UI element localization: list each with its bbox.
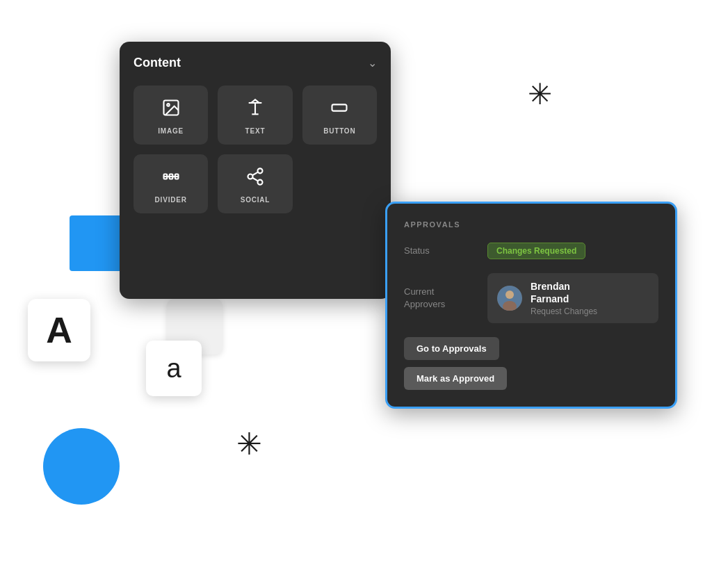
approver-info: BrendanFarnand Request Changes [531,280,597,316]
button-icon [330,98,349,120]
svg-point-1 [167,104,170,106]
approvers-row: CurrentApprovers BrendanFarnand Request … [404,273,658,323]
approvals-panel: APPROVALS Status Changes Requested Curre… [385,202,677,409]
content-item-social-label: SOCIAL [241,196,270,204]
svg-point-10 [257,168,262,173]
content-item-text-label: TEXT [245,127,266,135]
social-icon [245,167,265,189]
content-item-image-label: IMAGE [158,127,184,135]
go-to-approvals-button[interactable]: Go to Approvals [404,337,499,360]
decorative-blue-circle [43,428,120,505]
content-item-button[interactable]: BUTTON [302,85,377,145]
content-item-text[interactable]: TEXT [218,85,292,145]
approver-card: BrendanFarnand Request Changes [487,273,658,323]
approvers-label: CurrentApprovers [404,286,487,311]
svg-line-13 [252,178,258,181]
status-badge: Changes Requested [487,243,585,259]
content-item-divider[interactable]: DIVIDER [134,154,208,213]
content-grid: IMAGE TEXT BUTTON [134,85,377,213]
content-item-button-label: BUTTON [323,127,355,135]
svg-point-16 [505,291,514,299]
svg-line-14 [252,172,258,176]
content-panel: Content ⌄ IMAGE [120,42,391,299]
avatar [497,286,522,311]
approval-buttons: Go to Approvals Mark as Approved [404,337,658,390]
content-item-image[interactable]: IMAGE [134,85,208,145]
svg-rect-5 [332,104,347,111]
decorative-letter-a-large: A [28,299,90,361]
text-icon [245,98,265,120]
chevron-down-icon[interactable]: ⌄ [368,56,377,70]
decorative-asterisk-middle: ✳ [236,429,262,459]
image-icon [161,98,181,120]
decorative-asterisk-top-right: ✳ [528,80,552,109]
color-block-blue [70,215,125,271]
approver-action: Request Changes [531,307,597,316]
content-item-social[interactable]: SOCIAL [218,154,292,213]
content-panel-header: Content ⌄ [134,56,377,70]
content-panel-title: Content [134,56,181,70]
status-label: Status [404,245,487,257]
status-row: Status Changes Requested [404,243,658,259]
svg-point-11 [248,174,252,179]
mark-as-approved-button[interactable]: Mark as Approved [404,367,507,390]
letter-a-small-text: a [166,354,181,384]
decorative-letter-a-small: a [146,341,202,396]
approver-name: BrendanFarnand [531,280,597,305]
svg-point-12 [257,180,262,185]
approvals-section-title: APPROVALS [404,220,658,229]
content-item-divider-label: DIVIDER [155,196,187,204]
divider-icon [161,167,181,189]
letter-a-large-text: A [46,309,72,351]
